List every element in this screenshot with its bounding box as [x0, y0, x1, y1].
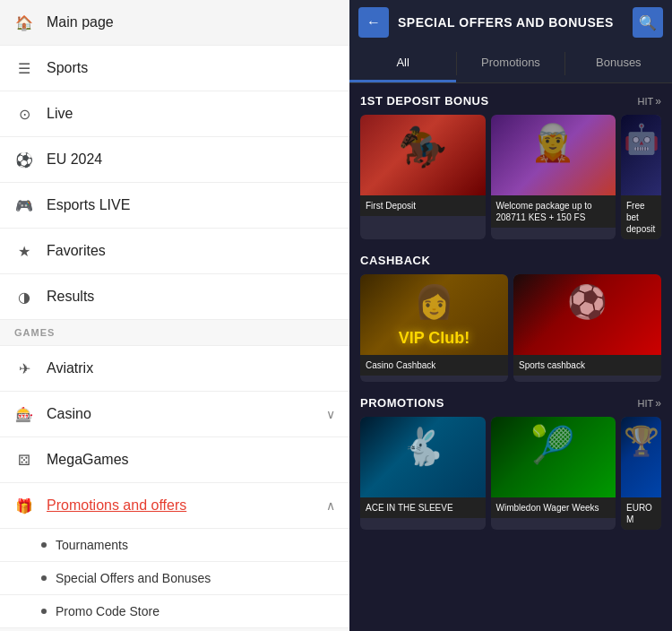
content-area: 1ST DEPOSIT BONUS HIT 🏇 First Deposit 🧝 … — [349, 83, 672, 631]
section-title: 1ST DEPOSIT BONUS — [360, 94, 489, 108]
aviatrix-icon: ✈ — [14, 359, 34, 378]
card-label: EURO M — [621, 497, 661, 530]
sidebar-label: EU 2024 — [47, 151, 335, 168]
cyber-icon: 🤖 — [624, 122, 659, 156]
vip-icon: VIP Club! — [399, 329, 470, 348]
search-button[interactable]: 🔍 — [633, 7, 663, 38]
sidebar-item-aviatrix[interactable]: ✈ Aviatrix — [0, 346, 349, 392]
wimbledon-icon: 🎾 — [530, 424, 575, 466]
sidebar-item-results[interactable]: ◑ Results — [0, 274, 349, 320]
card-wimbledon[interactable]: 🎾 Wimbledon Wager Weeks — [491, 417, 616, 530]
promotions-cards: 🐇 ACE IN THE SLEEVE 🎾 Wimbledon Wager We… — [360, 417, 661, 530]
games-section-header: GAMES — [0, 320, 349, 346]
card-label: First Deposit — [360, 195, 486, 216]
card-label: Welcome package up to 208711 KES + 150 F… — [491, 195, 616, 228]
horse-icon: 🏇 — [398, 124, 447, 170]
card-casino-cashback[interactable]: 👩 VIP Club! Casino Cashback — [360, 274, 508, 382]
sidebar-label: Esports LIVE — [47, 197, 335, 213]
sidebar-item-sports[interactable]: ☰ Sports — [0, 46, 349, 91]
card-image-area: 👩 VIP Club! — [360, 274, 508, 355]
sidebar-label: Aviatrix — [47, 360, 335, 376]
sidebar-item-favorites[interactable]: ★ Favorites — [0, 229, 349, 274]
woman-icon: 👩 — [414, 283, 454, 321]
section-title: CASHBACK — [360, 254, 430, 267]
bullet-icon — [41, 575, 47, 581]
card-ace-sleeve[interactable]: 🐇 ACE IN THE SLEEVE — [360, 417, 486, 530]
sidebar-item-live[interactable]: ⊙ Live — [0, 91, 349, 137]
sidebar-item-eu2024[interactable]: ⚽ EU 2024 — [0, 137, 349, 183]
sidebar-label: Results — [47, 289, 335, 305]
chevron-up-icon: ∧ — [326, 498, 335, 513]
goddess-icon: 🧝 — [530, 122, 575, 164]
card-label: ACE IN THE SLEEVE — [360, 497, 486, 518]
sub-item-special-offers[interactable]: Special Offers and Bonuses — [0, 562, 349, 595]
euro-icon: 🏆 — [624, 424, 659, 458]
promotions-section: PROMOTIONS HIT — [360, 396, 661, 410]
card-welcome[interactable]: 🧝 Welcome package up to 208711 KES + 150… — [491, 115, 616, 239]
sidebar-label: Promotions and offers — [47, 497, 314, 514]
gift-icon: 🎁 — [14, 496, 34, 515]
sidebar-item-casino[interactable]: 🎰 Casino ∨ — [0, 392, 349, 437]
tabs-bar: All Promotions Bonuses — [349, 45, 672, 83]
card-image-area: 🤖 — [621, 115, 661, 195]
sidebar: 🏠 Main page ☰ Sports ⊙ Live ⚽ EU 2024 🎮 … — [0, 0, 349, 631]
sidebar-item-main-page[interactable]: 🏠 Main page — [0, 0, 349, 46]
live-icon: ⊙ — [14, 104, 34, 124]
card-label: Wimbledon Wager Weeks — [491, 497, 616, 518]
card-sports-cashback[interactable]: ⚽ Sports cashback — [513, 274, 661, 382]
right-panel: ← SPECIAL OFFERS AND BONUSES 🔍 All Promo… — [349, 0, 672, 631]
first-deposit-cards: 🏇 First Deposit 🧝 Welcome package up to … — [360, 115, 661, 239]
card-label: Sports cashback — [513, 355, 661, 376]
ace-icon: 🐇 — [401, 426, 445, 468]
sidebar-item-promotions[interactable]: 🎁 Promotions and offers ∧ — [0, 483, 349, 529]
sports-icon: ⚽ — [567, 283, 607, 321]
sidebar-item-megagames[interactable]: ⚄ MegaGames — [0, 437, 349, 483]
right-header: ← SPECIAL OFFERS AND BONUSES 🔍 — [349, 0, 672, 45]
card-image-area: 🧝 — [491, 115, 616, 195]
sidebar-label: Favorites — [47, 243, 335, 259]
section-title: PROMOTIONS — [360, 396, 444, 410]
bullet-icon — [41, 609, 47, 614]
bullet-icon — [41, 542, 47, 548]
card-label: Free bet deposit — [621, 195, 661, 239]
back-button[interactable]: ← — [358, 7, 389, 38]
dice-icon: ⚄ — [14, 450, 34, 470]
first-deposit-section: 1ST DEPOSIT BONUS HIT — [360, 94, 661, 108]
card-image-area: 🏇 — [360, 115, 486, 195]
card-image-area: 🏆 — [621, 417, 661, 497]
sub-item-promo-code[interactable]: Promo Code Store — [0, 595, 349, 628]
sidebar-label: Main page — [47, 14, 335, 30]
tab-all[interactable]: All — [349, 45, 456, 82]
page-title: SPECIAL OFFERS AND BONUSES — [398, 15, 624, 30]
pie-icon: ◑ — [14, 287, 34, 307]
soccer-icon: ⚽ — [14, 150, 34, 169]
card-free-bet[interactable]: 🤖 Free bet deposit — [621, 115, 661, 239]
card-image-area: 🐇 — [360, 417, 486, 497]
card-image-area: 🎾 — [491, 417, 616, 497]
gamepad-icon: 🎮 — [14, 195, 34, 215]
sidebar-label: Sports — [47, 60, 335, 76]
sub-item-label: Tournaments — [56, 538, 128, 552]
sub-item-tournaments[interactable]: Tournaments — [0, 529, 349, 562]
star-icon: ★ — [14, 241, 34, 261]
cashback-cards: 👩 VIP Club! Casino Cashback ⚽ Sports cas… — [360, 274, 661, 382]
cashback-section: CASHBACK — [360, 254, 661, 267]
sidebar-label: Casino — [47, 406, 314, 422]
home-icon: 🏠 — [14, 13, 34, 32]
hit-badge: HIT — [638, 397, 661, 410]
sub-item-label: Promo Code Store — [56, 604, 159, 618]
card-image-area: ⚽ — [513, 274, 661, 355]
casino-icon: 🎰 — [14, 404, 34, 424]
tab-bonuses[interactable]: Bonuses — [565, 45, 672, 82]
sidebar-label: Live — [47, 106, 335, 122]
hit-badge: HIT — [638, 95, 661, 108]
card-label: Casino Cashback — [360, 355, 508, 376]
card-euro[interactable]: 🏆 EURO M — [621, 417, 661, 530]
sub-item-label: Special Offers and Bonuses — [56, 571, 211, 585]
menu-icon: ☰ — [14, 58, 34, 78]
sidebar-label: MegaGames — [47, 452, 335, 468]
tab-promotions[interactable]: Promotions — [457, 45, 564, 82]
card-first-deposit[interactable]: 🏇 First Deposit — [360, 115, 486, 239]
sidebar-item-esports[interactable]: 🎮 Esports LIVE — [0, 183, 349, 229]
chevron-down-icon: ∨ — [326, 407, 335, 421]
